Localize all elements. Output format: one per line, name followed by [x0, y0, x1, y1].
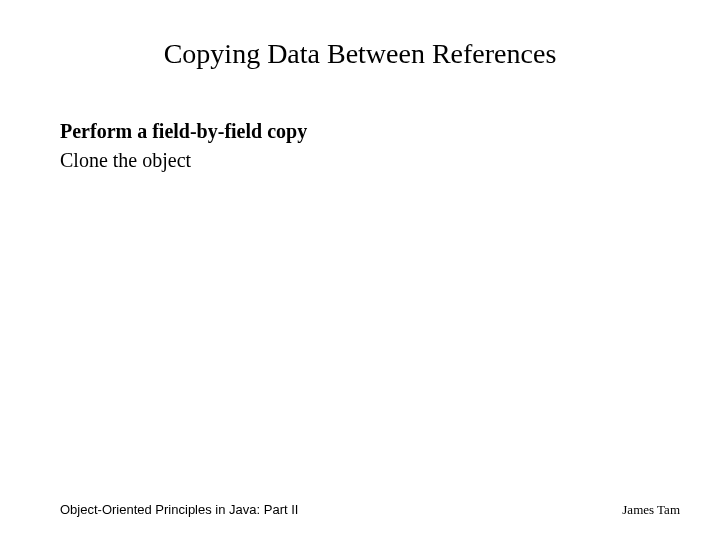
slide-title: Copying Data Between References [60, 38, 660, 70]
slide-footer: Object-Oriented Principles in Java: Part… [60, 502, 680, 518]
slide-body: Perform a field-by-field copy Clone the … [60, 118, 660, 174]
footer-left: Object-Oriented Principles in Java: Part… [60, 502, 298, 517]
footer-right: James Tam [622, 502, 680, 518]
slide-container: Copying Data Between References Perform … [0, 0, 720, 540]
body-line-1: Perform a field-by-field copy [60, 118, 660, 145]
body-line-2: Clone the object [60, 147, 660, 174]
